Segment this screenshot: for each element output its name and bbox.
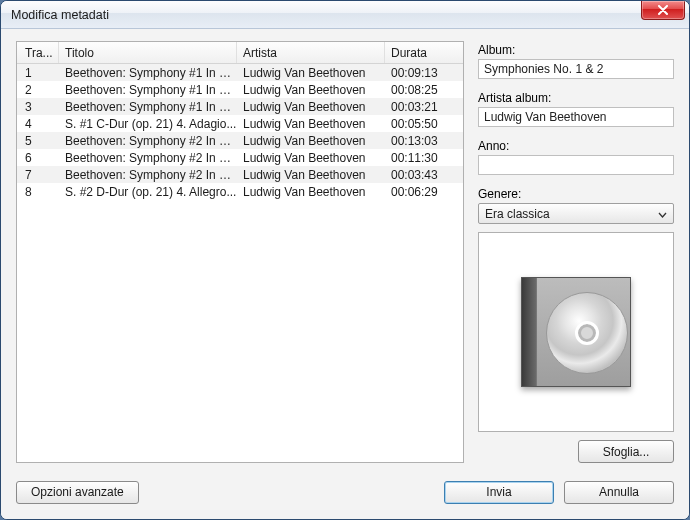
col-header-track[interactable]: Tra... [17,42,59,63]
window-title: Modifica metadati [11,8,109,22]
genre-select[interactable]: Era classica [478,203,674,224]
upper-pane: Tra... Titolo Artista Durata 1Beethoven:… [16,41,674,463]
bottom-bar: Opzioni avanzate Invia Annulla [16,463,674,507]
cell-title: Beethoven: Symphony #1 In C... [59,100,237,114]
track-rows: 1Beethoven: Symphony #1 In C...Ludwig Va… [17,64,463,462]
album-artist-input[interactable] [478,107,674,127]
table-row[interactable]: 7Beethoven: Symphony #2 In D...Ludwig Va… [17,166,463,183]
year-input[interactable] [478,155,674,175]
titlebar[interactable]: Modifica metadati [1,1,689,29]
cell-title: S. #2 D-Dur (op. 21) 4. Allegro... [59,185,237,199]
cell-artist: Ludwig Van Beethoven [237,83,385,97]
table-row[interactable]: 6Beethoven: Symphony #2 In D...Ludwig Va… [17,149,463,166]
close-button[interactable] [641,1,685,20]
col-header-artist[interactable]: Artista [237,42,385,63]
year-label: Anno: [478,139,674,153]
album-art-box [478,232,674,432]
table-row[interactable]: 5Beethoven: Symphony #2 In D...Ludwig Va… [17,132,463,149]
col-header-title[interactable]: Titolo [59,42,237,63]
genre-value: Era classica [485,207,550,221]
metadata-dialog: Modifica metadati Tra... Titolo Artista … [0,0,690,520]
cell-artist: Ludwig Van Beethoven [237,185,385,199]
cell-artist: Ludwig Van Beethoven [237,100,385,114]
cell-duration: 00:09:13 [385,66,449,80]
cell-title: S. #1 C-Dur (op. 21) 4. Adagio... [59,117,237,131]
cell-track: 3 [17,100,59,114]
cell-duration: 00:11:30 [385,151,449,165]
cell-artist: Ludwig Van Beethoven [237,117,385,131]
genre-label: Genere: [478,187,674,201]
track-table[interactable]: Tra... Titolo Artista Durata 1Beethoven:… [16,41,464,463]
submit-button[interactable]: Invia [444,481,554,504]
table-row[interactable]: 8S. #2 D-Dur (op. 21) 4. Allegro...Ludwi… [17,183,463,200]
close-icon [657,5,669,15]
cell-artist: Ludwig Van Beethoven [237,66,385,80]
table-row[interactable]: 1Beethoven: Symphony #1 In C...Ludwig Va… [17,64,463,81]
cell-track: 7 [17,168,59,182]
browse-button[interactable]: Sfoglia... [578,440,674,463]
dialog-content: Tra... Titolo Artista Durata 1Beethoven:… [1,29,689,519]
album-input[interactable] [478,59,674,79]
cell-title: Beethoven: Symphony #2 In D... [59,168,237,182]
table-row[interactable]: 4S. #1 C-Dur (op. 21) 4. Adagio...Ludwig… [17,115,463,132]
cell-artist: Ludwig Van Beethoven [237,134,385,148]
track-table-header[interactable]: Tra... Titolo Artista Durata [17,42,463,64]
cell-track: 4 [17,117,59,131]
cell-duration: 00:03:21 [385,100,449,114]
cell-artist: Ludwig Van Beethoven [237,151,385,165]
table-row[interactable]: 2Beethoven: Symphony #1 In C...Ludwig Va… [17,81,463,98]
cell-track: 6 [17,151,59,165]
album-label: Album: [478,43,674,57]
cell-track: 2 [17,83,59,97]
advanced-options-button[interactable]: Opzioni avanzate [16,481,139,504]
table-row[interactable]: 3Beethoven: Symphony #1 In C...Ludwig Va… [17,98,463,115]
side-panel: Album: Artista album: Anno: Genere: Era … [478,41,674,463]
cell-title: Beethoven: Symphony #2 In D... [59,134,237,148]
cd-case-icon [521,277,631,387]
album-artist-label: Artista album: [478,91,674,105]
cell-duration: 00:03:43 [385,168,449,182]
cell-track: 1 [17,66,59,80]
cell-title: Beethoven: Symphony #1 In C... [59,66,237,80]
cell-track: 5 [17,134,59,148]
cell-artist: Ludwig Van Beethoven [237,168,385,182]
cell-title: Beethoven: Symphony #2 In D... [59,151,237,165]
cell-duration: 00:08:25 [385,83,449,97]
cell-duration: 00:05:50 [385,117,449,131]
col-header-duration[interactable]: Durata [385,42,449,63]
cancel-button[interactable]: Annulla [564,481,674,504]
cell-duration: 00:13:03 [385,134,449,148]
cell-track: 8 [17,185,59,199]
cd-disc-icon [546,292,628,374]
cell-title: Beethoven: Symphony #1 In C... [59,83,237,97]
chevron-down-icon [658,207,667,221]
cell-duration: 00:06:29 [385,185,449,199]
